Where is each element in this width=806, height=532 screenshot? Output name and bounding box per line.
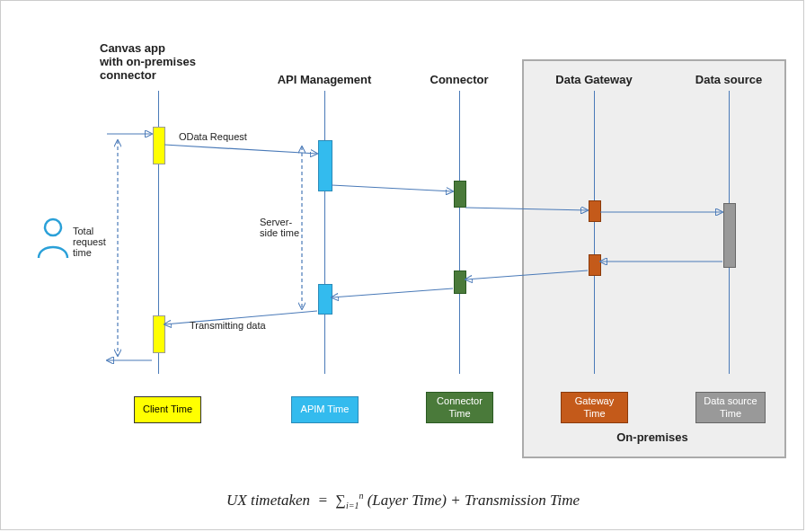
diagram-frame: On-premises Canvas app with on-premises …: [0, 0, 804, 530]
label-server-side-time: Server- side time: [260, 217, 299, 238]
arrows-overlay: [1, 1, 805, 530]
svg-line-4: [465, 208, 588, 210]
formula-sum-lower: i=1: [346, 501, 359, 510]
svg-line-8: [332, 288, 453, 297]
legend-gateway-time: Gateway Time: [561, 392, 628, 423]
legend-client-time: Client Time: [134, 396, 201, 423]
formula-lhs: UX timetaken: [226, 492, 310, 509]
legend-datasource-time: Data source Time: [695, 392, 766, 423]
svg-line-3: [332, 185, 453, 191]
formula-eq: =: [318, 492, 328, 509]
formula-sum-upper: n: [359, 491, 363, 501]
legend-connector-time: Connector Time: [426, 392, 493, 423]
svg-line-2: [164, 145, 317, 154]
label-total-request-time: Total request time: [73, 226, 106, 258]
label-transmitting-data: Transmitting data: [190, 320, 266, 331]
formula-sigma: ∑: [336, 492, 346, 508]
formula-term1: (Layer Time): [368, 492, 447, 509]
formula-term2: Transmission Time: [465, 492, 580, 509]
formula: UX timetaken = ∑i=1n (Layer Time) + Tran…: [1, 491, 805, 510]
label-odata-request: OData Request: [179, 131, 247, 142]
svg-line-7: [465, 270, 588, 279]
formula-plus: +: [450, 492, 460, 509]
legend-apim-time: APIM Time: [291, 396, 359, 423]
